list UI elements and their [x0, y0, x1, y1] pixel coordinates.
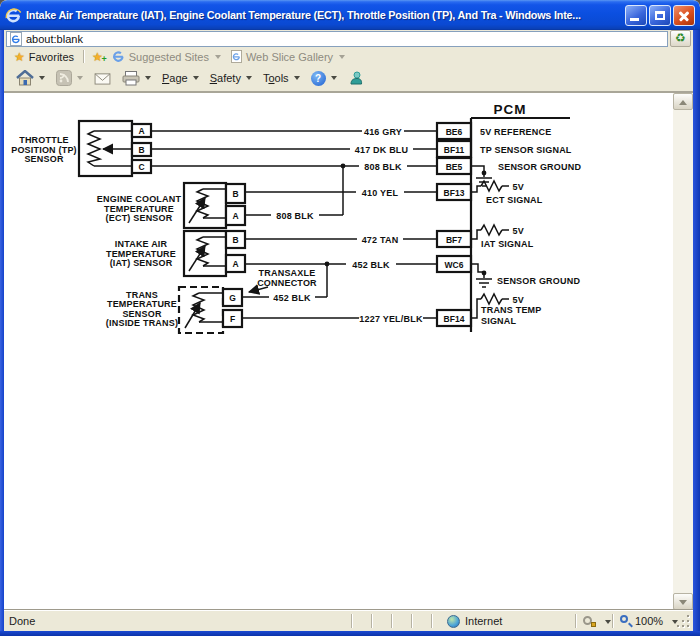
iat-label-3: (IAT) SENSOR: [110, 258, 173, 268]
chevron-down-icon: [294, 76, 300, 80]
status-bar: Done Internet 100%: [4, 610, 693, 631]
page-menu-label: Page: [162, 72, 188, 84]
separator: [83, 50, 84, 63]
read-mail-button[interactable]: [90, 70, 115, 87]
chevron-down-icon: [193, 76, 199, 80]
status-separator: [575, 614, 576, 628]
chevron-down-icon: [339, 55, 345, 59]
title-bar[interactable]: Intake Air Temperature (IAT), Engine Coo…: [0, 0, 700, 30]
minimize-icon: [630, 18, 639, 21]
ect-label-1: ENGINE COOLANT: [97, 194, 182, 204]
feeds-button[interactable]: [52, 68, 87, 88]
zoom-magnifier-icon: [620, 615, 628, 623]
refresh-button[interactable]: ♻: [670, 30, 691, 47]
chevron-down-icon: [331, 76, 337, 80]
transaxle-connector-callout: TRANSAXLE CONNECTOR: [249, 268, 317, 292]
wire-label-410-yel: 410 YEL: [362, 188, 399, 198]
web-slice-gallery-button[interactable]: Web Slice Gallery: [226, 49, 350, 64]
page-menu-button[interactable]: Page: [158, 70, 203, 86]
ect-label-3: (ECT) SENSOR: [106, 213, 173, 223]
chevron-down-icon[interactable]: [605, 620, 611, 624]
status-separator: [391, 614, 392, 628]
maximize-button[interactable]: [649, 5, 671, 26]
pcm-terminals: BE6 BF11 BE5 BF13 BF7 WC6 BF14: [437, 123, 471, 326]
help-button[interactable]: ?: [307, 69, 341, 88]
pcm-ect-signal: ECT SIGNAL: [486, 195, 543, 205]
wire-label-452-blk-1: 452 BLK: [352, 260, 390, 270]
tools-menu-button[interactable]: Tools: [259, 70, 304, 86]
pcm-5v-3: 5V: [513, 295, 524, 305]
trans-temp-sensor: G F TRANS TEMPERATURE SENSOR (INSIDE TRA…: [106, 287, 242, 333]
trans-pin-f: F: [230, 314, 235, 324]
window-border-left: [0, 28, 4, 636]
iat-label-1: INTAKE AIR: [115, 239, 168, 249]
terminal-bf7: BF7: [446, 235, 462, 245]
pcm-sensor-ground-2: SENSOR GROUND: [497, 276, 580, 286]
page-icon: [10, 32, 22, 46]
wire-label-452-blk-2: 452 BLK: [273, 293, 311, 303]
window-border-right: [693, 28, 700, 636]
terminal-bf11: BF11: [444, 145, 465, 155]
safety-menu-button[interactable]: Safety: [206, 70, 256, 86]
home-button[interactable]: [12, 68, 49, 88]
web-slice-gallery-label: Web Slice Gallery: [246, 51, 333, 63]
scroll-down-button[interactable]: [673, 593, 693, 610]
tp-label-2: POSITION (TP): [11, 145, 77, 155]
messenger-button[interactable]: [344, 68, 368, 88]
pcm-5v-1: 5V: [513, 182, 524, 192]
pcm-iat-signal: IAT SIGNAL: [481, 239, 534, 249]
address-input[interactable]: about:blank: [6, 31, 668, 47]
vertical-scrollbar[interactable]: [673, 93, 693, 610]
arrow-down-icon: [679, 600, 687, 605]
status-separator: [612, 614, 613, 628]
toolbar-content-divider: [4, 91, 693, 93]
window-border-bottom: [0, 631, 700, 636]
tp-pin-b: B: [138, 145, 144, 155]
close-button[interactable]: [673, 5, 695, 26]
ect-sensor: B A ENGINE COOLANT TEMPERATURE (ECT) SEN…: [97, 183, 245, 228]
resize-grip[interactable]: [677, 614, 691, 628]
pcm-trans-temp-signal-2: SIGNAL: [481, 316, 517, 326]
zoom-level[interactable]: 100%: [635, 615, 663, 627]
pcm-5v-2: 5V: [513, 226, 524, 236]
ect-pin-a: A: [232, 211, 238, 221]
trans-pin-g: G: [229, 293, 236, 303]
favorites-button[interactable]: ★ Favorites: [9, 50, 79, 64]
callout-line-1: TRANSAXLE: [259, 268, 316, 278]
wire-label-1227-yel-blk: 1227 YEL/BLK: [359, 314, 423, 324]
page-content: A B C THROTTLE POSITION (TP) SENSOR B A: [4, 93, 673, 610]
terminal-bf14: BF14: [444, 314, 465, 324]
callout-line-2: CONNECTOR: [257, 278, 317, 288]
trans-label-1: TRANS: [126, 290, 158, 300]
minimize-button[interactable]: [625, 5, 647, 26]
suggested-sites-label: Suggested Sites: [129, 51, 209, 63]
status-separator: [371, 614, 372, 628]
pcm-block: PCM 5V REFERENCE TP SENSOR SIGNAL SENSOR…: [471, 102, 581, 332]
refresh-icon: ♻: [675, 31, 686, 45]
wire-label-808-blk-2: 808 BLK: [276, 211, 314, 221]
address-text: about:blank: [26, 33, 83, 45]
ect-pin-b: B: [232, 189, 238, 199]
address-bar-row: about:blank ♻: [4, 30, 693, 48]
print-button[interactable]: [118, 69, 155, 88]
status-separator: [431, 614, 432, 628]
tp-label-1: THROTTLE: [19, 135, 69, 145]
add-to-favorites-bar-button[interactable]: ★ +: [88, 51, 107, 63]
iat-sensor: B A INTAKE AIR TEMPERATURE (IAT) SENSOR: [106, 231, 245, 276]
maximize-icon: [655, 11, 665, 20]
add-plus-icon: +: [102, 54, 107, 64]
scroll-up-button[interactable]: [673, 93, 693, 110]
wire-label-417-dk-blu: 417 DK BLU: [355, 145, 409, 155]
status-separator: [411, 614, 412, 628]
security-zone-label[interactable]: Internet: [465, 615, 502, 627]
wire-label-416-gry: 416 GRY: [364, 127, 402, 137]
pcm-tp-sensor-signal: TP SENSOR SIGNAL: [480, 145, 572, 155]
printer-icon: [122, 71, 140, 86]
wiring-diagram: A B C THROTTLE POSITION (TP) SENSOR B A: [4, 93, 673, 610]
pcm-title: PCM: [494, 102, 527, 117]
messenger-icon: [348, 70, 364, 86]
terminal-be6: BE6: [446, 127, 463, 137]
iat-pin-a: A: [232, 259, 238, 269]
suggested-sites-button[interactable]: Suggested Sites: [107, 49, 226, 64]
internet-globe-icon: [447, 615, 460, 628]
